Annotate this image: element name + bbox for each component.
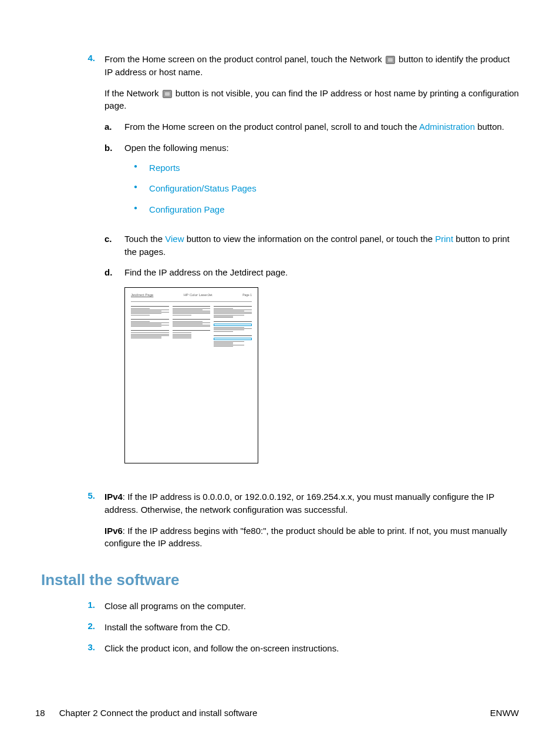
network-icon (163, 90, 172, 98)
ip-highlight-box (214, 324, 252, 326)
install-step: 3. Click the product icon, and follow th… (82, 642, 519, 655)
jetdirect-figure: Jetdirect Page HP Color LaserJet Page 1 (124, 287, 258, 463)
view-link[interactable]: View (165, 234, 184, 244)
page-footer: 18 Chapter 2 Connect the product and ins… (35, 708, 519, 718)
step-5: 5. IPv4: If the IP address is 0.0.0.0, o… (82, 490, 519, 558)
bullet-item: ●Configuration/Status Pages (134, 182, 519, 195)
footer-right: ENWW (490, 708, 519, 718)
step-number: 5. (82, 490, 104, 558)
substep-b: b. Open the following menus: ●Reports ●C… (104, 142, 519, 224)
ipv6-text: IPv6: If the IP address begins with "fe8… (104, 525, 519, 550)
jd-title: Jetdirect Page (131, 293, 153, 298)
bullet-item: ●Reports (134, 162, 519, 174)
chapter-title: Chapter 2 Connect the product and instal… (59, 708, 258, 718)
jd-model: HP Color LaserJet (184, 293, 212, 298)
print-link[interactable]: Print (435, 234, 453, 244)
network-icon (386, 56, 395, 64)
step4-p2: If the Network button is not visible, yo… (104, 87, 519, 113)
install-step: 1. Close all programs on the computer. (82, 600, 519, 613)
step4-p1: From the Home screen on the product cont… (104, 53, 519, 79)
step-body: From the Home screen on the product cont… (104, 53, 519, 482)
step-body: IPv4: If the IP address is 0.0.0.0, or 1… (104, 490, 519, 558)
administration-link[interactable]: Administration (419, 122, 475, 132)
main-content: 4. From the Home screen on the product c… (35, 53, 519, 558)
substep-d: d. Find the IP address on the Jetdirect … (104, 266, 519, 474)
step-number: 4. (82, 53, 104, 482)
page-number: 18 (35, 708, 45, 718)
bullet-icon: ● (134, 203, 149, 216)
bullet-icon: ● (134, 162, 149, 174)
bullet-item: ●Configuration Page (134, 203, 519, 216)
section-heading: Install the software (41, 571, 519, 589)
install-step: 2. Install the software from the CD. (82, 621, 519, 634)
step-4: 4. From the Home screen on the product c… (82, 53, 519, 482)
menu-bullets: ●Reports ●Configuration/Status Pages ●Co… (124, 162, 519, 216)
substep-a: a. From the Home screen on the product c… (104, 120, 519, 133)
substep-c: c. Touch the View button to view the inf… (104, 233, 519, 258)
install-steps: 1. Close all programs on the computer. 2… (35, 600, 519, 654)
ip-highlight-box (214, 338, 252, 340)
bullet-icon: ● (134, 182, 149, 195)
jd-page: Page 1 (242, 293, 252, 297)
ipv4-text: IPv4: If the IP address is 0.0.0.0, or 1… (104, 490, 519, 516)
